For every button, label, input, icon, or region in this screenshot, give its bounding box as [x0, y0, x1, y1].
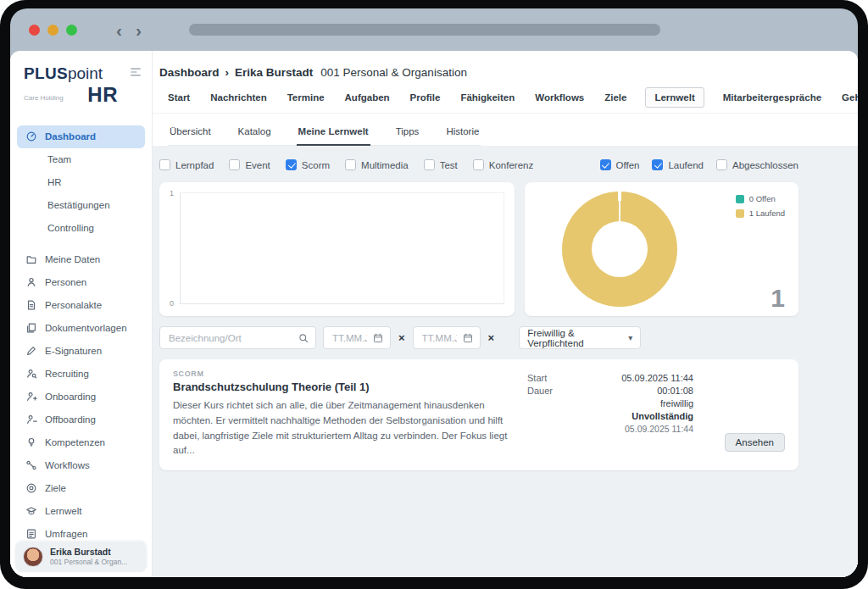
y-axis-min-label: 0 [170, 299, 174, 308]
donut-legend: 0 Offen 1 Laufend [736, 194, 785, 218]
tab-katalog[interactable]: Katalog [236, 122, 273, 145]
tab-termine[interactable]: Termine [287, 92, 325, 103]
date-to-input[interactable] [420, 332, 459, 344]
tab-workflows[interactable]: Workflows [535, 92, 584, 103]
sidebar-item-e-signaturen[interactable]: E-Signaturen [17, 340, 145, 363]
calendar-icon[interactable] [373, 333, 383, 343]
checkbox-lernpfad[interactable]: Lernpfad [159, 159, 214, 170]
status-filter-group: Offen Laufend Abgeschlossen [600, 159, 799, 170]
checkbox-label: Abgeschlossen [732, 160, 798, 170]
logo-subtitle: Care Holding [24, 94, 64, 105]
status-donut-card: 0 Offen 1 Laufend 1 [525, 182, 798, 316]
sidebar-item-label: HR [47, 177, 62, 187]
sidebar-item-ziele[interactable]: Ziele [17, 477, 145, 500]
clear-date-to-icon[interactable]: × [488, 332, 495, 343]
graduation-cap-icon [25, 505, 37, 517]
sidebar-item-offboarding[interactable]: Offboarding [17, 408, 145, 431]
breadcrumb-dashboard[interactable]: Dashboard [159, 66, 220, 79]
breadcrumb-person[interactable]: Erika Burstadt [235, 66, 313, 79]
app-logo: PLUSpoint Care Holding HR [10, 51, 152, 105]
sidebar-item-dashboard[interactable]: Dashboard [17, 125, 145, 148]
sidebar-nav: Dashboard Team HR Bestätigungen Controll… [17, 125, 145, 546]
logo-plus: PLUS [24, 64, 68, 82]
sidebar-item-bestaetigungen[interactable]: Bestätigungen [17, 194, 145, 217]
tab-aufgaben[interactable]: Aufgaben [345, 92, 390, 103]
secondary-tab-row: Übersicht Katalog Meine Lernwelt Tipps H… [153, 114, 858, 146]
user-name: Erika Burstadt [50, 547, 127, 558]
checkbox-test[interactable]: Test [424, 159, 458, 170]
sidebar-item-label: Umfragen [45, 529, 88, 539]
breadcrumb: Dashboard › Erika Burstadt 001 Personal … [153, 51, 858, 91]
tab-start[interactable]: Start [168, 92, 190, 103]
tab-historie[interactable]: Historie [444, 122, 481, 145]
sidebar-item-personalakte[interactable]: Personalakte [17, 294, 145, 317]
tab-gehalt[interactable]: Gehalt [842, 92, 858, 103]
user-profile-card[interactable]: Erika Burstadt 001 Personal & Organ... [15, 542, 147, 572]
sidebar-item-controlling[interactable]: Controlling [17, 217, 145, 240]
sidebar-item-lernwelt[interactable]: Lernwelt [17, 500, 145, 523]
course-meta: Start 05.09.2025 11:44 Dauer 00:01:08 fr… [527, 373, 693, 458]
sidebar-item-onboarding[interactable]: Onboarding [17, 386, 145, 408]
meta-value-date: 05.09.2025 11:44 [575, 424, 693, 434]
pen-icon [25, 345, 37, 357]
clear-date-from-icon[interactable]: × [398, 332, 405, 343]
ansehen-button[interactable]: Ansehen [725, 433, 785, 452]
sidebar-item-hr[interactable]: HR [17, 171, 145, 194]
search-field [159, 326, 316, 349]
checkbox-konferenz[interactable]: Konferenz [473, 159, 533, 170]
tab-mitarbeitergespraeche[interactable]: Mitarbeitergespräche [723, 92, 821, 103]
tab-tipps[interactable]: Tipps [394, 122, 421, 145]
donut-total-count: 1 [771, 284, 785, 313]
breadcrumb-context: 001 Personal & Organisation [320, 66, 467, 79]
legend-swatch-offen [736, 195, 744, 203]
legend-label: 1 Laufend [749, 208, 785, 218]
checkbox-abgeschlossen[interactable]: Abgeschlossen [716, 159, 798, 170]
meta-value-start: 05.09.2025 11:44 [575, 373, 693, 383]
window-controls [29, 25, 77, 36]
minimize-window-button[interactable] [47, 25, 58, 36]
meta-value-freiwillig: freiwillig [575, 398, 693, 408]
checkbox-box [229, 159, 240, 170]
search-input[interactable] [167, 332, 294, 344]
mandatory-type-select[interactable]: Freiwillig & Verpflichtend ▾ [519, 326, 641, 349]
forward-arrow-icon[interactable]: › [136, 21, 142, 39]
checkbox-box [652, 159, 663, 170]
sidebar-item-team[interactable]: Team [17, 148, 145, 171]
checkbox-offen[interactable]: Offen [600, 159, 640, 170]
sidebar-item-label: Offboarding [45, 414, 96, 425]
sidebar-item-label: Team [47, 154, 71, 164]
close-window-button[interactable] [29, 25, 40, 36]
sidebar-item-dokumentvorlagen[interactable]: Dokumentvorlagen [17, 317, 145, 340]
sidebar-item-meine-daten[interactable]: Meine Daten [17, 248, 145, 271]
sidebar-item-recruiting[interactable]: Recruiting [17, 363, 145, 386]
tab-lernwelt[interactable]: Lernwelt [645, 87, 704, 108]
checkbox-event[interactable]: Event [229, 159, 270, 170]
calendar-icon[interactable] [463, 333, 473, 343]
tab-ziele[interactable]: Ziele [604, 92, 626, 103]
user-icon [25, 276, 37, 288]
sidebar-collapse-icon[interactable] [130, 66, 142, 81]
legend-label: 0 Offen [749, 194, 776, 203]
date-from-input[interactable] [331, 332, 369, 344]
back-arrow-icon[interactable]: ‹ [116, 21, 122, 39]
tab-meine-lernwelt[interactable]: Meine Lernwelt [297, 122, 370, 146]
zoom-window-button[interactable] [66, 25, 77, 36]
tab-uebersicht[interactable]: Übersicht [168, 122, 213, 145]
sidebar-item-workflows[interactable]: Workflows [17, 454, 145, 477]
course-type-badge: SCORM [173, 370, 512, 378]
tab-faehigkeiten[interactable]: Fähigkeiten [460, 92, 515, 103]
checkbox-multimedia[interactable]: Multimedia [345, 159, 409, 170]
sidebar-item-label: Recruiting [45, 369, 89, 379]
breadcrumb-separator-icon: › [225, 66, 230, 79]
checkbox-laufend[interactable]: Laufend [652, 159, 704, 170]
checkbox-scorm[interactable]: Scorm [286, 159, 330, 170]
tab-nachrichten[interactable]: Nachrichten [210, 92, 266, 103]
y-axis-max-label: 1 [170, 189, 174, 197]
select-value: Freiwillig & Verpflichtend [527, 328, 628, 348]
search-icon[interactable] [298, 333, 309, 343]
sidebar-item-personen[interactable]: Personen [17, 271, 145, 294]
sidebar-item-kompetenzen[interactable]: Kompetenzen [17, 431, 145, 454]
tab-profile[interactable]: Profile [410, 92, 441, 103]
checkbox-label: Multimedia [361, 160, 409, 170]
url-bar[interactable] [189, 24, 660, 36]
